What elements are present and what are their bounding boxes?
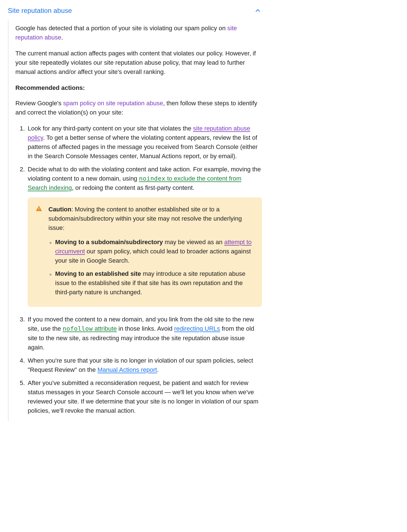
step-3: If you moved the content to a new domain… [27, 315, 262, 352]
caution-box: Caution: Moving the content to another e… [28, 197, 262, 307]
step-2: Decide what to do with the violating con… [27, 165, 262, 307]
text: : Moving the content to another establis… [48, 206, 242, 231]
text: attribute [93, 325, 117, 332]
text: After you've submitted a reconsideration… [28, 379, 258, 414]
text-strong: Moving to an established site [55, 270, 141, 277]
text: in those links. Avoid [117, 325, 174, 332]
recommended-actions-heading: Recommended actions: [15, 83, 262, 92]
intro-paragraph-2: The current manual action affects pages … [15, 49, 262, 76]
text: may be viewed as an [163, 239, 224, 246]
step-1: Look for any third-party content on your… [27, 124, 262, 161]
text-strong: Moving to a subdomain/subdirectory [55, 239, 163, 246]
text: Look for any third-party content on your… [28, 125, 193, 132]
caution-item-subdomain: Moving to a subdomain/subdirectory may b… [55, 237, 254, 265]
code-nofollow: nofollow [63, 325, 93, 332]
svg-rect-1 [39, 210, 39, 211]
text: . [157, 366, 159, 373]
caution-title: Caution [48, 206, 71, 213]
chevron-up-icon [255, 8, 261, 14]
link-spam-policy[interactable]: spam policy on site reputation abuse [63, 100, 163, 107]
section-body: Google has detected that a portion of yo… [8, 20, 262, 421]
steps-list: Look for any third-party content on your… [15, 124, 262, 415]
document-page: Site reputation abuse Google has detecte… [0, 0, 269, 433]
caution-list: Moving to a subdomain/subdirectory may b… [48, 237, 254, 297]
svg-rect-0 [39, 208, 39, 210]
section-header[interactable]: Site reputation abuse [7, 3, 262, 20]
text: Google has detected that a portion of yo… [15, 25, 227, 32]
caution-body: Caution: Moving the content to another e… [48, 205, 254, 301]
code-noindex: noindex [139, 175, 165, 182]
warning-icon [36, 205, 42, 212]
text: , or redoing the content as first-party … [72, 184, 195, 191]
intro-paragraph-1: Google has detected that a portion of yo… [15, 24, 262, 42]
link-nofollow[interactable]: nofollow attribute [63, 325, 117, 332]
caution-item-established-site: Moving to an established site may introd… [55, 269, 254, 297]
link-redirecting-urls[interactable]: redirecting URLs [174, 325, 220, 332]
text: . [61, 34, 63, 41]
text: Review Google's [15, 100, 63, 107]
step-4: When you're sure that your site is no lo… [27, 356, 262, 374]
section-title: Site reputation abuse [8, 6, 72, 16]
text: . To get a better sense of where the vio… [28, 134, 258, 160]
step-5: After you've submitted a reconsideration… [27, 378, 262, 415]
link-manual-actions-report[interactable]: Manual Actions report [97, 366, 157, 373]
recommended-actions-lead: Review Google's spam policy on site repu… [15, 99, 262, 117]
